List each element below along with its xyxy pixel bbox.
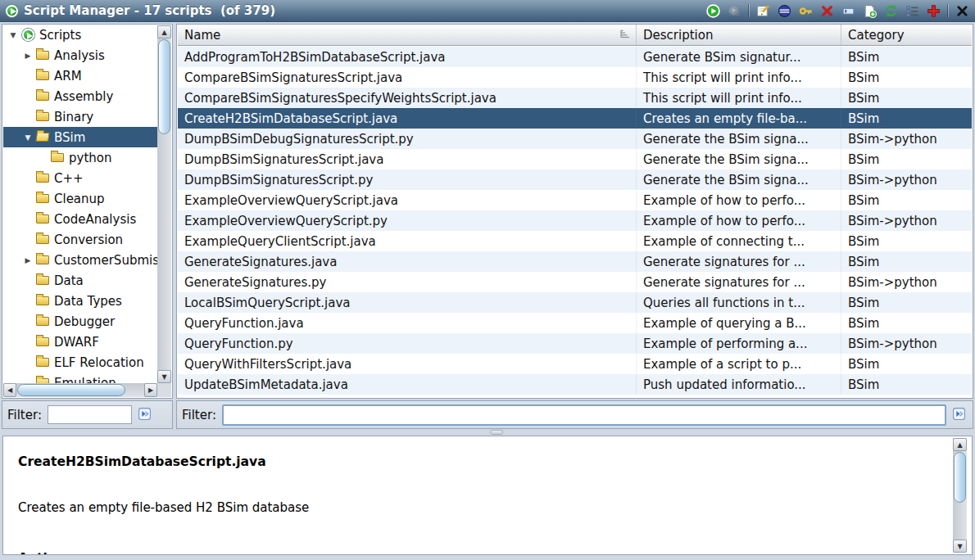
folder-icon	[36, 276, 49, 285]
column-header-name[interactable]: Name	[178, 25, 637, 45]
tree-item-scripts[interactable]: ▼Scripts	[3, 25, 157, 45]
tree-item-c-[interactable]: C++	[3, 168, 157, 188]
tree-item-debugger[interactable]: Debugger	[3, 311, 157, 332]
folder-icon	[34, 71, 51, 80]
table-row[interactable]: GenerateSignatures.pyGenerate signatures…	[178, 272, 972, 292]
tree-item-assembly[interactable]: Assembly	[3, 86, 157, 106]
edit-in-eclipse-button[interactable]	[777, 3, 792, 19]
run-last-script-button	[727, 3, 742, 19]
column-header-description[interactable]: Description	[637, 25, 841, 45]
tree-item-data-types[interactable]: Data Types	[3, 291, 157, 311]
table-row[interactable]: QueryFunction.pyExample of performing a.…	[178, 333, 972, 354]
table-row[interactable]: CompareBSimSignaturesSpecifyWeightsScrip…	[178, 88, 972, 108]
close-window-button[interactable]	[955, 3, 970, 19]
tree-horizontal-scrollbar[interactable]: ◀ ▶	[3, 383, 157, 397]
tree-item-dwarf[interactable]: DWARF	[3, 332, 157, 352]
filter-options-icon[interactable]	[952, 407, 968, 422]
description-cell: Example of querying a B...	[637, 313, 841, 333]
folder-icon	[34, 174, 51, 183]
tree-item-emulation[interactable]: Emulation	[3, 373, 157, 383]
tree-filter-bar: Filter:	[2, 400, 173, 429]
tree-vscroll-thumb[interactable]	[158, 39, 170, 134]
refresh-scripts-button[interactable]	[883, 3, 899, 19]
category-cell: BSim	[841, 47, 972, 67]
toolbar-separator	[748, 4, 750, 17]
script-description-panel: CreateH2BSimDatabaseScript.java Creates …	[2, 436, 973, 555]
collapse-arrow-icon[interactable]: ▼	[21, 133, 34, 142]
table-row[interactable]: GenerateSignatures.javaGenerate signatur…	[178, 251, 972, 272]
table-row[interactable]: QueryWithFiltersScript.javaExample of a …	[178, 354, 972, 374]
table-filter-input[interactable]	[222, 404, 946, 426]
name-cell: QueryWithFiltersScript.java	[178, 354, 637, 374]
delete-script-button[interactable]	[819, 3, 835, 19]
name-cell: DumpBSimSignaturesScript.java	[178, 149, 637, 169]
splitter-handle[interactable]	[490, 430, 503, 435]
tree-item-label: python	[69, 151, 111, 165]
scroll-up-arrow[interactable]: ▲	[953, 438, 967, 451]
help-button[interactable]	[926, 3, 941, 19]
table-row[interactable]: DumpBSimSignaturesScript.pyGenerate the …	[178, 169, 972, 190]
detail-vscroll-thumb[interactable]	[954, 452, 966, 503]
tree-hscroll-thumb[interactable]	[17, 384, 125, 396]
table-filter-label: Filter:	[182, 408, 216, 422]
detail-vertical-scrollbar[interactable]: ▲ ▼	[953, 438, 967, 553]
tree-item-bsim[interactable]: ▼BSim	[3, 127, 157, 147]
scroll-down-arrow[interactable]: ▼	[157, 370, 171, 383]
edit-icon	[756, 4, 770, 18]
new-script-button[interactable]	[862, 3, 878, 19]
table-row[interactable]: UpdateBSimMetadata.javaPush updated info…	[178, 374, 972, 395]
run-script-button[interactable]	[705, 3, 721, 19]
description-cell: Generate signatures for ...	[637, 272, 841, 292]
horizontal-splitter[interactable]	[0, 429, 975, 436]
tree-item-analysis[interactable]: ▶Analysis	[3, 45, 157, 65]
category-cell: BSim->python	[841, 272, 972, 292]
tree-filter-input[interactable]	[48, 405, 132, 424]
table-row[interactable]: CompareBSimSignaturesScript.javaThis scr…	[178, 67, 972, 88]
tree-item-conversion[interactable]: Conversion	[3, 229, 157, 250]
scroll-right-arrow[interactable]: ▶	[144, 383, 157, 397]
scroll-down-arrow[interactable]: ▼	[953, 540, 967, 553]
scroll-left-arrow[interactable]: ◀	[3, 383, 16, 397]
expand-arrow-icon[interactable]: ▶	[21, 52, 34, 60]
tree-vertical-scrollbar[interactable]: ▲ ▼	[157, 25, 171, 383]
tree-item-binary[interactable]: Binary	[3, 106, 157, 127]
description-cell: This script will print info...	[637, 88, 841, 108]
category-cell: BSim	[841, 190, 972, 210]
name-cell: ExampleQueryClientScript.java	[178, 231, 637, 251]
tree-item-cleanup[interactable]: Cleanup	[3, 188, 157, 209]
folder-icon	[36, 337, 49, 346]
scroll-up-arrow[interactable]: ▲	[157, 25, 171, 38]
tree-item-python[interactable]: python	[3, 147, 157, 168]
table-row[interactable]: QueryFunction.javaExample of querying a …	[178, 313, 972, 333]
filter-options-icon[interactable]	[138, 407, 153, 422]
tree-item-codeanalysis[interactable]: CodeAnalysis	[3, 209, 157, 229]
table-row[interactable]: DumpBSimSignaturesScript.javaGenerate th…	[178, 149, 972, 169]
name-cell: ExampleOverviewQueryScript.java	[178, 190, 637, 210]
name-cell: CompareBSimSignaturesSpecifyWeightsScrip…	[178, 88, 637, 108]
table-row[interactable]: ExampleOverviewQueryScript.javaExample o…	[178, 190, 972, 210]
description-cell: Generate the BSim signa...	[637, 129, 841, 149]
red-plus-icon	[927, 4, 941, 18]
script-directories-button[interactable]	[905, 3, 920, 19]
key-binding-button[interactable]	[798, 3, 814, 19]
play-icon	[22, 29, 34, 41]
table-row[interactable]: LocalBSimQueryScript.javaQueries all fun…	[178, 292, 972, 313]
table-row[interactable]: ExampleOverviewQueryScript.pyExample of …	[178, 210, 972, 231]
column-header-category[interactable]: Category	[841, 25, 972, 45]
category-cell: BSim	[841, 354, 972, 374]
rename-script-button[interactable]	[841, 3, 856, 19]
tree-item-label: ARM	[54, 69, 82, 84]
table-row[interactable]: DumpBSimDebugSignaturesScript.pyGenerate…	[178, 129, 972, 149]
edit-script-button[interactable]	[755, 3, 771, 19]
expand-arrow-icon[interactable]: ▶	[21, 256, 34, 264]
tree-item-arm[interactable]: ARM	[3, 65, 157, 86]
folder-icon	[36, 112, 49, 121]
tree-item-elf-relocation[interactable]: ELF Relocation	[3, 352, 157, 373]
tree-item-customersubmission[interactable]: ▶CustomerSubmission	[3, 250, 157, 270]
collapse-arrow-icon[interactable]: ▼	[7, 31, 20, 39]
table-row[interactable]: CreateH2BSimDatabaseScript.javaCreates a…	[178, 108, 972, 129]
category-cell: BSim	[841, 292, 972, 313]
table-row[interactable]: AddProgramToH2BSimDatabaseScript.javaGen…	[178, 47, 972, 67]
tree-item-data[interactable]: Data	[3, 270, 157, 291]
table-row[interactable]: ExampleQueryClientScript.javaExample of …	[178, 231, 972, 251]
